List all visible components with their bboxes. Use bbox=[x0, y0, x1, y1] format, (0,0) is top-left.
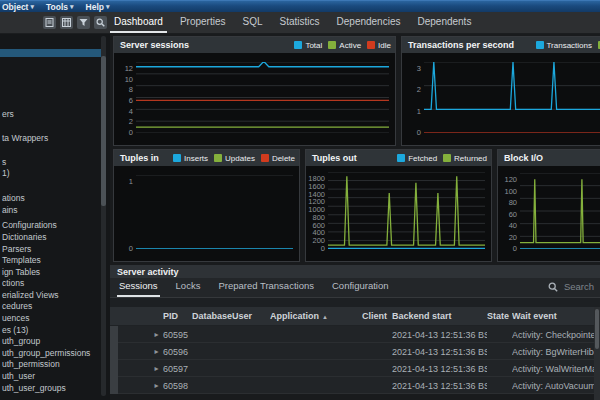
activity-scrollbar-thumb[interactable] bbox=[595, 309, 599, 349]
legend-item: Transactions bbox=[536, 41, 593, 50]
tree-node[interactable]: ations bbox=[2, 193, 25, 203]
legend: TotalActiveIdle bbox=[294, 41, 391, 50]
tab-dependencies[interactable]: Dependencies bbox=[333, 12, 405, 33]
search-objects-icon[interactable] bbox=[94, 16, 107, 29]
tree-node[interactable]: uth_group_permissions bbox=[2, 348, 90, 358]
session-row[interactable]: ▸605962021-04-13 12:51:36 BSTActivity: B… bbox=[110, 343, 600, 360]
tree-node[interactable]: uences bbox=[2, 313, 29, 323]
session-row[interactable]: ▸605972021-04-13 12:51:36 BSTActivity: W… bbox=[110, 360, 600, 377]
expand-row-icon[interactable]: ▸ bbox=[150, 364, 163, 373]
y-tick-label: 0 bbox=[114, 245, 133, 252]
tree-node[interactable]: ign Tables bbox=[2, 267, 40, 277]
search-input[interactable]: Search bbox=[564, 281, 594, 292]
sort-ascending-icon: ▲ bbox=[322, 314, 328, 320]
tree-node[interactable]: erialized Views bbox=[2, 290, 59, 300]
y-tick-label: 0 bbox=[498, 245, 517, 252]
tree-node[interactable]: ta Wrappers bbox=[2, 133, 48, 143]
tab-properties[interactable]: Properties bbox=[176, 12, 230, 33]
tree-node[interactable]: cedures bbox=[2, 301, 32, 311]
y-axis-labels: 180016001400120010008006004002000 bbox=[306, 172, 325, 249]
tab-statistics[interactable]: Statistics bbox=[276, 12, 324, 33]
browser-tree[interactable]: ersta Wrapperss1)ationsainsConfiguration… bbox=[0, 34, 110, 400]
expand-row-icon[interactable]: ▸ bbox=[150, 381, 163, 390]
tree-node[interactable]: uth_group bbox=[2, 336, 40, 346]
activity-search[interactable]: Search bbox=[548, 281, 594, 292]
activity-scrollbar[interactable] bbox=[594, 307, 600, 400]
menu-object[interactable]: Object▾ bbox=[2, 2, 34, 12]
column-header-database[interactable]: Database bbox=[192, 311, 232, 321]
column-header-pid[interactable]: PID bbox=[163, 311, 192, 321]
tab-dependents[interactable]: Dependents bbox=[413, 12, 475, 33]
menubar: Object▾Tools▾Help▾ bbox=[0, 0, 600, 12]
tree-node[interactable]: Configurations bbox=[2, 220, 57, 230]
tab-dashboard[interactable]: Dashboard bbox=[110, 12, 167, 33]
legend: FetchedReturned bbox=[397, 154, 487, 163]
main-tabs: DashboardPropertiesSQLStatisticsDependen… bbox=[110, 12, 484, 33]
expand-row-icon[interactable]: ▸ bbox=[150, 347, 163, 356]
session-row[interactable]: ▸605952021-04-13 12:51:36 BSTActivity: C… bbox=[110, 326, 600, 343]
activity-tab-locks[interactable]: Locks bbox=[174, 280, 203, 297]
filter-icon[interactable] bbox=[77, 16, 90, 29]
tree-selected-node[interactable] bbox=[0, 49, 101, 57]
pgadmin-window: Object▾Tools▾Help▾ DashboardPropertiesSQ… bbox=[0, 0, 600, 400]
y-tick-label: 8 bbox=[114, 86, 133, 93]
block-io-panel: Block I/O 120100806040200 bbox=[497, 149, 600, 262]
row-gutter bbox=[110, 377, 118, 394]
tree-node[interactable]: Parsers bbox=[2, 244, 31, 254]
column-header-application[interactable]: Application▲ bbox=[270, 311, 362, 321]
tree-scrollbar[interactable] bbox=[101, 36, 106, 396]
y-tick-label: 100 bbox=[498, 188, 517, 195]
column-header-user[interactable]: User bbox=[232, 311, 270, 321]
legend-item: Total bbox=[294, 41, 322, 50]
cell-wait-event: Activity: CheckpointerMain bbox=[512, 330, 600, 340]
tree-node[interactable]: uth_permission bbox=[2, 359, 60, 369]
activity-tab-configuration[interactable]: Configuration bbox=[330, 280, 391, 297]
y-tick-label: 80 bbox=[498, 199, 517, 206]
browser-toolbar bbox=[0, 16, 110, 29]
tree-node[interactable]: uth_user_groups bbox=[2, 383, 66, 393]
panel-title: Server sessions bbox=[120, 40, 189, 50]
tree-node[interactable]: Templates bbox=[2, 255, 41, 265]
tree-node[interactable]: 1) bbox=[2, 168, 10, 178]
tree-node[interactable]: s bbox=[2, 157, 6, 167]
menu-tools[interactable]: Tools▾ bbox=[46, 2, 74, 12]
view-data-icon[interactable] bbox=[60, 16, 73, 29]
cell-pid: 60597 bbox=[163, 364, 192, 374]
tree-node[interactable]: Dictionaries bbox=[2, 232, 46, 242]
column-header-state[interactable]: State bbox=[487, 311, 512, 321]
y-tick-label: 2 bbox=[402, 86, 421, 93]
menu-help[interactable]: Help▾ bbox=[86, 2, 110, 12]
legend-item: Fetched bbox=[397, 154, 437, 163]
legend: Transactions bbox=[536, 41, 600, 50]
y-tick-label: 20 bbox=[498, 234, 517, 241]
tree-scrollbar-thumb[interactable] bbox=[101, 56, 106, 206]
tree-node[interactable]: es (13) bbox=[2, 325, 28, 335]
activity-table-header: PIDDatabaseUserApplication▲ClientBackend… bbox=[110, 307, 600, 326]
transactions-per-second-panel: Transactions per secondTransactions 3210 bbox=[401, 36, 600, 146]
tree-node[interactable]: ains bbox=[2, 205, 18, 215]
column-header-wait-event[interactable]: Wait event bbox=[512, 311, 600, 321]
y-tick-label: 60 bbox=[498, 211, 517, 218]
tab-sql[interactable]: SQL bbox=[239, 12, 267, 33]
expand-row-icon[interactable]: ▸ bbox=[150, 330, 163, 339]
y-tick-label: 4 bbox=[114, 108, 133, 115]
column-header-client[interactable]: Client bbox=[362, 311, 392, 321]
legend-item: Updates bbox=[214, 154, 255, 163]
tuples-out-panel: Tuples outFetchedReturned 18001600140012… bbox=[305, 149, 492, 262]
tree-node[interactable]: ers bbox=[2, 109, 14, 119]
cell-pid: 60596 bbox=[163, 347, 192, 357]
y-tick-label: 1 bbox=[114, 178, 133, 185]
server-activity-title: Server activity bbox=[117, 267, 179, 277]
chevron-down-icon: ▾ bbox=[70, 3, 74, 11]
activity-tab-sessions[interactable]: Sessions bbox=[117, 280, 160, 297]
y-tick-label: 0 bbox=[306, 245, 325, 252]
column-header-backend-start[interactable]: Backend start bbox=[392, 311, 487, 321]
tree-node[interactable]: ctions bbox=[2, 278, 24, 288]
server-activity-header: Server activity bbox=[110, 265, 600, 278]
tree-node[interactable]: uth_user bbox=[2, 371, 35, 381]
activity-table-spacer bbox=[110, 298, 600, 307]
session-row[interactable]: ▸605982021-04-13 12:51:36 BSTActivity: A… bbox=[110, 377, 600, 394]
activity-tab-prepared-transactions[interactable]: Prepared Transactions bbox=[216, 280, 316, 297]
y-axis-labels: 10 bbox=[114, 175, 133, 249]
query-tool-icon[interactable] bbox=[43, 16, 56, 29]
